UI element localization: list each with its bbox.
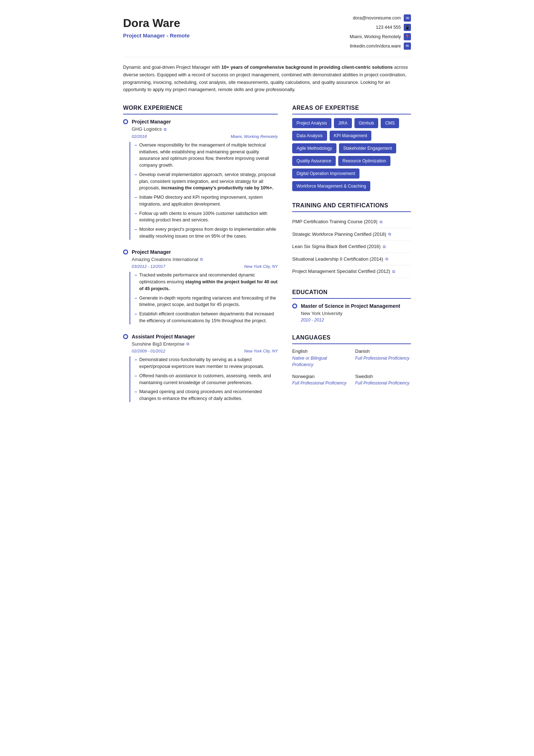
job-title-subtitle: Project Manager - Remote [123,32,190,40]
lang-level-english: Native or Bilingual Proficiency [292,355,348,368]
company-ext-link-2[interactable]: ⧉ [200,256,203,262]
contact-phone: 123 444 555 📱 [376,24,411,31]
lang-name-swedish: Swedish [355,373,411,380]
contact-email: dora@novoresume.com ✉ [353,14,411,22]
lang-danish: Danish Full Professional Proficiency [355,348,411,368]
tag-kpi: KPI Management [330,131,372,141]
edu-info-1: Master of Science in Project Management … [301,302,400,324]
cert-3: Lean Six Sigma Black Belt Certified (201… [292,240,411,253]
job-bullets-2: – Tracked website performance and recomm… [130,272,278,324]
contact-location: Miami, Working Remotely 📍 [350,33,411,40]
resume-page: Dora Ware Project Manager - Remote dora@… [105,0,429,429]
job-meta-1: 02/2018 Miami, Working Remotely [132,134,278,140]
tag-cms: CMS [381,118,399,128]
cert-text-1: PMP Certification Training Course (2019) [292,218,377,225]
tag-digital: Digital Operation Improvement [292,168,359,179]
phone-text: 123 444 555 [376,24,401,31]
tag-row-4: Quality Assurance Resource Optimization [292,156,411,166]
tag-row-2: Data Analysis KPI Management [292,131,411,141]
right-column: AREAS OF EXPERTISE Project Analysis JIRA… [292,104,411,411]
header-right: dora@novoresume.com ✉ 123 444 555 📱 Miam… [350,14,411,50]
edu-entry-1: Master of Science in Project Management … [292,302,411,324]
edu-school-1: New York University [301,310,400,317]
training-section: TRAINING AND CERTIFICATIONS PMP Certific… [292,201,411,278]
job-entry-3: Assistant Project Manager Sunshine Big3 … [123,333,278,402]
company-ext-link-3[interactable]: ⧉ [186,341,189,347]
job-company-3: Sunshine Big3 Enterprise ⧉ [132,341,278,348]
left-column: WORK EXPERIENCE Project Manager GHG Logi… [123,104,278,411]
cert-ext-4[interactable]: ⧉ [385,256,388,262]
job-bullets-3: – Demonstrated cross-functionality by se… [130,356,278,402]
job-date-2: 03/2012 - 12/2017 [132,264,165,270]
cert-ext-3[interactable]: ⧉ [383,244,386,250]
cert-ext-5[interactable]: ⧉ [392,269,395,275]
company-ext-link-1[interactable]: ⧉ [164,126,167,132]
languages-section: LANGUAGES English Native or Bilingual Pr… [292,333,411,386]
lang-english: English Native or Bilingual Proficiency [292,348,348,368]
job-location-1: Miami, Working Remotely [231,134,278,140]
education-title: EDUCATION [292,288,411,299]
cert-4: Situational Leadership II Certification … [292,253,411,266]
lang-level-norwegian: Full Professional Proficiency [292,380,348,386]
header-left: Dora Ware Project Manager - Remote [123,14,190,40]
linkedin-text: linkedin.com/in/dora.ware [350,43,401,50]
job-header-3: Assistant Project Manager Sunshine Big3 … [123,333,278,357]
cert-ext-1[interactable]: ⧉ [380,219,383,225]
tag-project-analysis: Project Analysis [292,118,331,128]
phone-icon: 📱 [404,24,411,31]
job-dot-3 [123,334,128,339]
tag-jira: JIRA [334,118,352,128]
location-icon: 📍 [404,33,411,40]
job-entry-1: Project Manager GHG Logistics ⧉ 02/2018 … [123,118,278,240]
job-dot-1 [123,119,128,124]
work-experience-title: WORK EXPERIENCE [123,104,278,114]
edu-degree-1: Master of Science in Project Management [301,302,400,310]
bullet-1-4: – Follow up with clients to ensure 100% … [135,210,278,224]
bullet-1-5: – Monitor every project's progress from … [135,226,278,240]
lang-norwegian: Norwegian Full Professional Proficiency [292,373,348,387]
cert-ext-2[interactable]: ⧉ [388,231,391,237]
header: Dora Ware Project Manager - Remote dora@… [123,14,411,50]
bullet-3-2: – Offered hands-on assistance to custome… [135,373,278,386]
job-info-3: Assistant Project Manager Sunshine Big3 … [132,333,278,357]
edu-dot-1 [292,303,297,309]
tag-resource: Resource Optimization [338,156,390,166]
summary-bold: 10+ years of comprehensive background in… [221,64,393,70]
lang-level-swedish: Full Professional Proficiency [355,380,411,386]
job-bullets-1: – Oversee responsibility for the managem… [130,142,278,240]
cert-5: Project Management Specialist Certified … [292,265,411,278]
bullet-1-3: – Initiate PMO directory and KPI reporti… [135,194,278,208]
summary-text-before: Dynamic and goal-driven Project Manager … [123,64,221,70]
lang-swedish: Swedish Full Professional Proficiency [355,373,411,387]
tag-data-analysis: Data Analysis [292,131,327,141]
bullet-2-1: – Tracked website performance and recomm… [135,272,278,292]
language-grid: English Native or Bilingual Proficiency … [292,348,411,386]
job-date-3: 02/2009 - 01/2012 [132,348,165,354]
cert-text-5: Project Management Specialist Certified … [292,268,390,275]
expertise-title: AREAS OF EXPERTISE [292,104,411,114]
tag-row-6: Workforce Management & Coaching [292,181,411,191]
cert-text-4: Situational Leadership II Certification … [292,256,383,263]
lang-level-danish: Full Professional Proficiency [355,355,411,361]
bullet-1-1: – Oversee responsibility for the managem… [135,142,278,169]
cert-1: PMP Certification Training Course (2019)… [292,216,411,228]
education-section: EDUCATION Master of Science in Project M… [292,288,411,324]
main-columns: WORK EXPERIENCE Project Manager GHG Logi… [123,104,411,411]
job-date-1: 02/2018 [132,134,147,140]
bullet-1-2: – Develop overall implementation approac… [135,171,278,192]
work-experience-section: WORK EXPERIENCE Project Manager GHG Logi… [123,104,278,402]
edu-year-1: 2010 - 2012 [301,317,400,323]
cert-text-3: Lean Six Sigma Black Belt Certified (201… [292,243,381,250]
linkedin-icon: in [404,42,411,50]
tag-gtmhub: Gtmhub [354,118,379,128]
lang-name-english: English [292,348,348,355]
training-title: TRAINING AND CERTIFICATIONS [292,201,411,212]
cert-2: Strategic Workforce Planning Certified (… [292,228,411,241]
tag-row-3: Agile Methodology Stakeholder Engagement [292,143,411,153]
email-text: dora@novoresume.com [353,15,401,22]
job-location-3: New York City, NY [244,348,278,354]
tag-workforce: Workforce Management & Coaching [292,181,370,191]
location-text: Miami, Working Remotely [350,33,401,40]
contact-linkedin[interactable]: linkedin.com/in/dora.ware in [350,42,411,50]
tag-agile: Agile Methodology [292,143,336,153]
